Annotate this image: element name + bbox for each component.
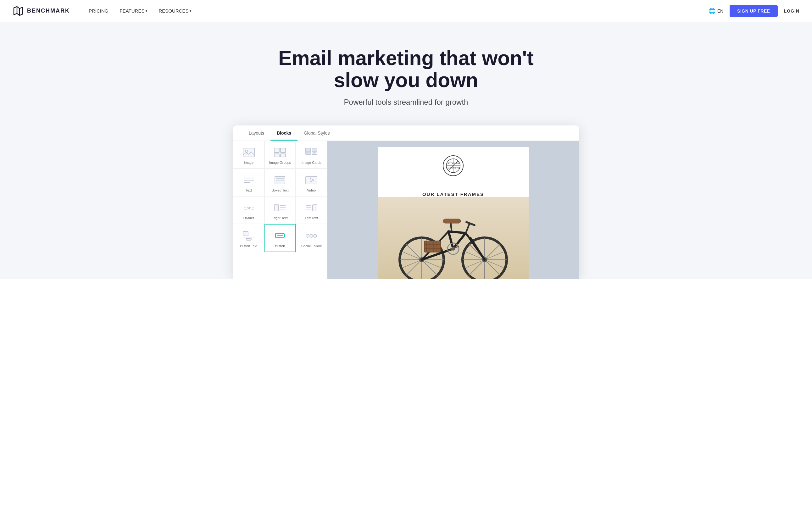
block-text[interactable]: Text [233,168,264,196]
block-button-text[interactable]: Button Text [233,224,264,252]
blocks-panel: Image Image Groups [233,141,327,279]
svg-rect-3 [281,148,286,153]
tab-global-styles[interactable]: Global Styles [298,125,336,141]
svg-rect-11 [312,148,317,151]
svg-line-76 [453,233,466,249]
social-follow-block-icon [304,230,319,241]
editor-tabs: Layouts Blocks Global Styles [233,125,579,141]
image-cards-block-icon [304,147,319,158]
svg-point-46 [306,234,309,237]
nav-features[interactable]: FEATURES ▾ [120,8,147,14]
video-block-icon [304,175,319,186]
features-chevron-icon: ▾ [146,9,147,13]
svg-rect-4 [274,154,279,157]
resources-chevron-icon: ▾ [190,9,191,13]
block-video[interactable]: Video [296,168,327,196]
svg-line-77 [448,232,453,249]
navigation: BENCHMARK PRICING FEATURES ▾ RESOURCES ▾… [0,0,812,22]
image-groups-block-icon [273,147,287,158]
email-section-title: OUR LATEST FRAMES [378,188,529,197]
svg-line-81 [466,222,474,225]
svg-point-48 [313,234,317,237]
hero-subheadline: Powerful tools streamlined for growth [6,98,806,106]
boxed-text-block-icon [273,175,287,186]
svg-rect-0 [243,148,255,157]
svg-point-47 [310,234,313,237]
text-block-icon [242,175,256,186]
block-divider[interactable]: Divider [233,196,264,224]
tab-blocks[interactable]: Blocks [270,125,298,141]
block-image-cards[interactable]: Image Cards [296,141,327,168]
block-image-groups[interactable]: Image Groups [264,141,296,168]
svg-rect-42 [246,238,251,240]
svg-rect-7 [306,148,311,151]
hero-section: Email marketing that won't slow you down… [0,22,812,279]
svg-rect-84 [424,241,441,252]
bicycle-illustration [390,200,516,279]
divider-block-icon [242,202,256,214]
brand-logo-badge: BYCICLES HANDCRAFTED [442,155,464,177]
email-header: BYCICLES HANDCRAFTED [378,147,529,188]
login-button[interactable]: LOGIN [784,8,799,14]
right-text-block-icon [273,202,287,214]
left-text-block-icon [304,202,319,214]
nav-right: 🌐 EN SIGN UP FREE LOGIN [709,5,799,17]
block-button[interactable]: Button [264,224,296,252]
nav-resources[interactable]: RESOURCES ▾ [159,8,191,14]
hero-headline: Email marketing that won't slow you down [264,47,548,92]
svg-text:HANDCRAFTED: HANDCRAFTED [446,167,461,169]
svg-rect-22 [306,176,317,184]
svg-rect-40 [243,232,248,236]
email-preview-area: BYCICLES HANDCRAFTED OUR LATEST FRAMES [327,141,579,279]
block-right-text[interactable]: Right Text [264,196,296,224]
svg-rect-5 [281,154,286,157]
brand-name: BENCHMARK [27,7,70,14]
logo-icon [13,5,24,17]
svg-text:BYCICLES: BYCICLES [447,162,459,164]
svg-line-82 [451,223,452,231]
brand-logo[interactable]: BENCHMARK [13,5,70,17]
nav-links: PRICING FEATURES ▾ RESOURCES ▾ [89,8,191,14]
button-text-block-icon [242,230,256,241]
editor-preview: Layouts Blocks Global Styles [233,125,579,279]
image-block-icon [242,147,256,158]
tab-layouts[interactable]: Layouts [242,125,270,141]
block-image[interactable]: Image [233,141,264,168]
button-block-icon [273,230,287,241]
bicycle-image [378,197,529,279]
block-social-follow[interactable]: Social Follow [296,224,327,252]
svg-rect-30 [274,205,279,211]
email-content: BYCICLES HANDCRAFTED OUR LATEST FRAMES [378,147,529,279]
editor-body: Image Image Groups [233,141,579,279]
svg-line-79 [470,238,485,260]
block-left-text[interactable]: Left Text [296,196,327,224]
blocks-grid: Image Image Groups [233,141,327,252]
globe-icon: 🌐 [709,7,715,15]
svg-rect-2 [274,148,279,153]
svg-line-75 [448,232,466,233]
svg-line-80 [466,224,469,233]
svg-rect-83 [443,219,461,223]
signup-button[interactable]: SIGN UP FREE [730,5,778,17]
nav-pricing[interactable]: PRICING [89,8,108,14]
language-selector[interactable]: 🌐 EN [709,7,723,15]
block-boxed-text[interactable]: Boxed Text [264,168,296,196]
svg-rect-35 [312,205,317,211]
